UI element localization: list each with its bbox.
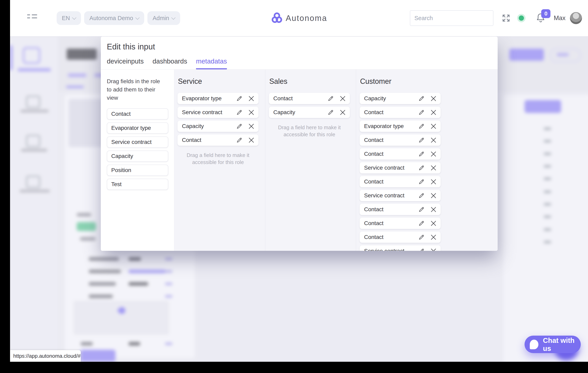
edit-pencil-icon[interactable] <box>418 123 425 130</box>
field-label: Contact <box>364 178 384 185</box>
drop-hint-text: Drag a field here to make it accessible … <box>178 152 258 166</box>
remove-x-icon[interactable] <box>248 109 255 116</box>
remove-x-icon[interactable] <box>248 95 255 102</box>
remove-x-icon[interactable] <box>430 206 437 213</box>
role-field-card[interactable]: Contact <box>360 204 441 215</box>
edit-pencil-icon[interactable] <box>236 137 242 143</box>
role-field-card[interactable]: Service contract <box>360 162 441 174</box>
brand-logo: Autonoma <box>271 12 327 24</box>
edit-pencil-icon[interactable] <box>418 109 425 116</box>
field-label: Contact <box>111 111 131 117</box>
edit-pencil-icon[interactable] <box>418 234 425 241</box>
role-field-card[interactable]: Contact <box>360 148 441 160</box>
available-field-chip[interactable]: Evaporator type <box>107 122 168 134</box>
field-label: Contact <box>364 109 384 116</box>
tab-dashboards[interactable]: dashboards <box>152 57 187 69</box>
remove-x-icon[interactable] <box>430 123 437 130</box>
field-label: Contact <box>182 137 201 143</box>
workspace-select[interactable]: Autonoma Demo <box>84 11 144 25</box>
field-label: Service contract <box>364 165 404 171</box>
edit-pencil-icon[interactable] <box>236 109 242 116</box>
role-title: Customer <box>360 77 498 86</box>
edit-pencil-icon[interactable] <box>418 192 425 199</box>
role-field-card[interactable]: Capacity <box>178 121 258 132</box>
remove-x-icon[interactable] <box>430 234 437 241</box>
fullscreen-icon[interactable] <box>502 13 511 23</box>
chat-label: Chat with us <box>543 336 581 352</box>
edit-pencil-icon[interactable] <box>418 178 425 185</box>
browser-status-url: https://app.autonoma.cloud/# <box>10 350 81 362</box>
field-label: Position <box>111 167 131 174</box>
remove-x-icon[interactable] <box>430 248 437 251</box>
remove-x-icon[interactable] <box>430 109 437 116</box>
role-field-card[interactable]: Contact <box>360 231 441 243</box>
field-label: Service contract <box>364 248 404 251</box>
available-field-chip[interactable]: Test <box>107 179 168 190</box>
remove-x-icon[interactable] <box>430 151 437 158</box>
tab-deviceinputs[interactable]: deviceinputs <box>107 57 144 69</box>
available-field-chip[interactable]: Capacity <box>107 151 168 162</box>
search-input[interactable] <box>410 10 494 26</box>
edit-pencil-icon[interactable] <box>418 206 425 213</box>
chevron-down-icon <box>135 15 140 20</box>
edit-pencil-icon[interactable] <box>418 220 425 227</box>
role-select[interactable]: Admin <box>147 11 180 25</box>
user-name: Max <box>554 14 566 22</box>
chevron-down-icon <box>72 15 76 20</box>
notifications-button[interactable]: 0 <box>536 12 546 24</box>
field-label: Contact <box>364 220 384 227</box>
available-field-chip[interactable]: Service contract <box>107 136 168 148</box>
role-field-card[interactable]: Evaporator type <box>360 121 441 132</box>
role-field-card[interactable]: Capacity <box>360 93 441 104</box>
role-field-list: Evaporator type Service contract <box>178 93 258 146</box>
notification-count-badge: 0 <box>541 9 550 18</box>
field-label: Contact <box>364 137 384 143</box>
remove-x-icon[interactable] <box>248 123 255 130</box>
sidebar-toggle-button[interactable] <box>27 14 37 22</box>
remove-x-icon[interactable] <box>248 137 255 144</box>
role-field-card[interactable]: Contact <box>360 134 441 146</box>
edit-pencil-icon[interactable] <box>418 95 425 102</box>
role-field-card[interactable]: Evaporator type <box>178 93 258 104</box>
edit-pencil-icon[interactable] <box>418 151 425 157</box>
role-label: Admin <box>153 15 169 22</box>
remove-x-icon[interactable] <box>430 178 437 185</box>
available-field-chip[interactable]: Position <box>107 165 168 176</box>
remove-x-icon[interactable] <box>430 220 437 227</box>
remove-x-icon[interactable] <box>430 95 437 102</box>
role-field-card[interactable]: Contact <box>360 176 441 187</box>
chevron-down-icon <box>171 15 176 20</box>
edit-pencil-icon[interactable] <box>418 137 425 143</box>
role-field-card[interactable]: Service contract <box>360 245 441 251</box>
role-column-sales: Sales Contact Capacity <box>265 69 356 251</box>
role-field-card[interactable]: Service contract <box>178 107 258 118</box>
remove-x-icon[interactable] <box>430 192 437 199</box>
role-field-card[interactable]: Contact <box>360 107 441 118</box>
chat-with-us-button[interactable]: Chat with us <box>525 336 581 353</box>
speech-bubble-icon <box>530 340 538 349</box>
edit-pencil-icon[interactable] <box>418 248 425 251</box>
app-header: EN Autonoma Demo Admin Autonoma <box>10 0 588 36</box>
field-label: Test <box>111 181 122 187</box>
edit-pencil-icon[interactable] <box>418 165 425 171</box>
role-field-list: Capacity Contact Evaporato <box>360 93 441 251</box>
role-field-card[interactable]: Service contract <box>360 190 441 201</box>
user-avatar[interactable] <box>570 12 582 24</box>
edit-pencil-icon[interactable] <box>327 109 334 116</box>
role-field-card[interactable]: Contact <box>360 218 441 229</box>
role-field-card[interactable]: Capacity <box>269 107 350 118</box>
remove-x-icon[interactable] <box>430 165 437 171</box>
edit-pencil-icon[interactable] <box>327 95 334 102</box>
available-field-chip[interactable]: Contact <box>107 108 168 120</box>
field-label: Contact <box>364 151 384 157</box>
remove-x-icon[interactable] <box>430 137 437 144</box>
edit-pencil-icon[interactable] <box>236 123 242 130</box>
tab-metadatas[interactable]: metadatas <box>196 57 227 69</box>
remove-x-icon[interactable] <box>339 109 346 116</box>
role-field-card[interactable]: Contact <box>269 93 350 104</box>
language-select[interactable]: EN <box>57 11 81 25</box>
status-online-dot <box>519 15 524 21</box>
role-field-card[interactable]: Contact <box>178 134 258 146</box>
remove-x-icon[interactable] <box>339 95 346 102</box>
edit-pencil-icon[interactable] <box>236 95 242 102</box>
